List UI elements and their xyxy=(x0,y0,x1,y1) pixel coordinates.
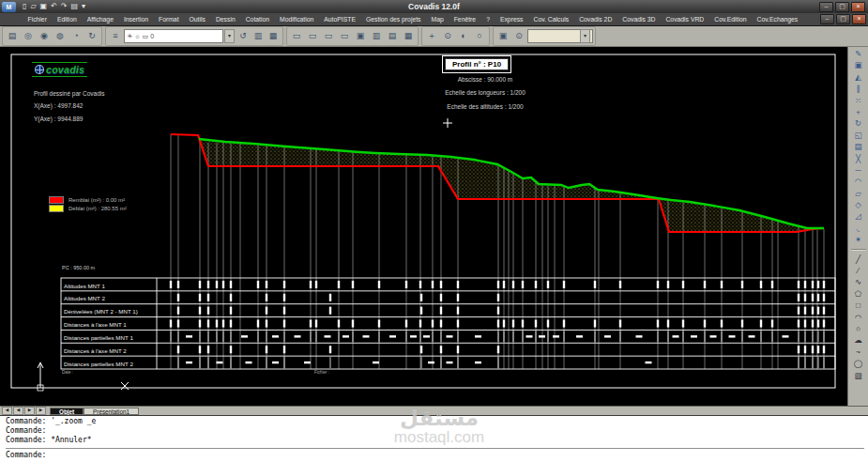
hatch-icon[interactable]: ▨ xyxy=(850,370,867,381)
zoom-tool-icon[interactable]: ⊙ xyxy=(511,29,526,44)
menu-format[interactable]: Format xyxy=(154,13,185,25)
menu-express[interactable]: Express xyxy=(495,13,528,25)
doc-minimize-button[interactable]: – xyxy=(820,14,834,24)
menu-affichage[interactable]: Affichage xyxy=(82,13,118,25)
globe-orange-icon[interactable]: ◔ xyxy=(69,29,84,44)
match-properties-icon[interactable]: ▥ xyxy=(251,29,266,44)
menu-cov-calculs[interactable]: Cov. Calculs xyxy=(528,13,574,25)
view-iso-icon[interactable]: ▭ xyxy=(337,29,352,44)
camera-icon[interactable]: ▣ xyxy=(495,29,510,44)
menu-cov-echanges[interactable]: Cov.Echanges xyxy=(752,13,803,25)
menu-dessin[interactable]: Dessin xyxy=(210,13,240,25)
menu-covadis-3d[interactable]: Covadis 3D xyxy=(617,13,661,25)
menu-edition[interactable]: Edition xyxy=(52,13,82,25)
menu-fichier[interactable]: Fichier xyxy=(23,13,52,25)
table-tick-value xyxy=(817,346,819,353)
move-icon[interactable]: ＋ xyxy=(850,106,867,117)
table-tick-value xyxy=(230,319,232,327)
menu-gestion-des-projets[interactable]: Gestion des projets xyxy=(360,13,426,25)
orbit-icon[interactable]: ○ xyxy=(472,29,487,44)
array-icon[interactable]: ⁙ xyxy=(850,95,867,106)
menu-[interactable]: ? xyxy=(481,13,495,25)
view-front-icon[interactable]: ▭ xyxy=(305,29,320,44)
menu-fen-tre[interactable]: Fenêtre xyxy=(449,13,480,25)
command-prompt[interactable]: Commande: xyxy=(6,448,864,460)
arc-icon[interactable]: ◠ xyxy=(850,312,867,323)
menu-outils[interactable]: Outils xyxy=(184,13,210,25)
polyline-icon[interactable]: ∿ xyxy=(850,276,867,287)
layer-dropdown-icon[interactable]: ▾ xyxy=(224,29,235,43)
view-side-icon[interactable]: ▭ xyxy=(321,29,336,44)
drawing-canvas[interactable]: covadis Profil dessiné par Covadis X(Axe… xyxy=(0,47,868,406)
break-icon[interactable]: ▱ xyxy=(850,188,867,199)
doc-restore-button[interactable]: ▢ xyxy=(836,14,850,24)
layer-previous-icon[interactable]: ↺ xyxy=(236,29,251,44)
scale-icon[interactable]: ◱ xyxy=(850,130,867,141)
viewport-1-icon[interactable]: ▣ xyxy=(353,29,368,44)
table-dash-value xyxy=(526,335,533,337)
fillet-icon[interactable]: ◟ xyxy=(850,223,867,234)
rotate-icon[interactable]: ↻ xyxy=(850,117,867,129)
minimize-button[interactable]: – xyxy=(819,2,833,12)
table-tick-value xyxy=(230,307,232,315)
doc-close-button[interactable]: × xyxy=(852,14,866,24)
tab-objet[interactable]: Objet xyxy=(50,408,84,415)
layer-combo[interactable]: ☀ ☼ ▭ 0 xyxy=(124,29,223,43)
zoom-extents-icon[interactable]: ◎ xyxy=(21,29,36,44)
prev-tab-icon[interactable]: ◀ xyxy=(13,407,23,415)
polygon-icon[interactable]: ⬠ xyxy=(850,288,867,300)
copy-icon[interactable]: ▣ xyxy=(850,59,867,70)
scale-combo[interactable]: ▾ xyxy=(527,29,593,43)
next-tab-icon[interactable]: ▶ xyxy=(24,407,35,415)
credit-text: Profil dessiné par Covadis xyxy=(34,90,105,97)
layers-icon[interactable]: ≡ xyxy=(108,29,123,44)
break-point-icon[interactable]: ◠ xyxy=(850,176,867,187)
zoom-window-icon[interactable]: ◉ xyxy=(37,29,52,44)
table-tick-value xyxy=(329,346,331,353)
3d-views-icon[interactable]: ▦ xyxy=(401,29,416,44)
menu-covadis-2d[interactable]: Covadis 2D xyxy=(574,13,617,25)
pan-icon[interactable]: ＋ xyxy=(424,29,439,44)
menu-modification[interactable]: Modification xyxy=(275,13,319,25)
covadis-sheet-icon[interactable]: ▤ xyxy=(5,29,20,44)
menu-map[interactable]: Map xyxy=(426,13,449,25)
spline-icon[interactable]: ~ xyxy=(850,346,867,358)
menu-insertion[interactable]: Insertion xyxy=(118,13,153,25)
trim-icon[interactable]: ╳ xyxy=(850,153,867,164)
command-window[interactable]: Commande: '_.zoom _eCommande:Commande: *… xyxy=(0,415,868,462)
first-tab-icon[interactable]: ◀ xyxy=(2,407,12,415)
menu-cotation[interactable]: Cotation xyxy=(240,13,274,25)
paste-icon[interactable]: ▦ xyxy=(266,29,281,44)
view-top-icon[interactable]: ▭ xyxy=(289,29,304,44)
circle-icon[interactable]: ○ xyxy=(850,323,867,334)
menu-autopiste[interactable]: AutoPISTE xyxy=(319,13,361,25)
menu-cov-edition[interactable]: Cov.Edition xyxy=(709,13,752,25)
table-dash-value xyxy=(272,362,279,363)
offset-icon[interactable]: ∥ xyxy=(850,83,867,94)
globe-blue-icon[interactable]: ◍ xyxy=(53,29,68,44)
restore-button[interactable]: ▢ xyxy=(835,2,849,12)
revcloud-icon[interactable]: ☁ xyxy=(850,334,867,346)
titlebar: M ▯▱▣↶↷▤▾ Covadis 12.0f –▢× xyxy=(0,0,868,13)
close-button[interactable]: × xyxy=(851,2,865,12)
last-tab-icon[interactable]: ▶ xyxy=(36,407,46,415)
mirror-icon[interactable]: ◭ xyxy=(850,71,867,83)
erase-icon[interactable]: ✎ xyxy=(850,48,867,59)
scale-dropdown-icon[interactable]: ▾ xyxy=(580,29,590,43)
refresh-icon[interactable]: ↻ xyxy=(84,29,99,44)
named-views-icon[interactable]: ▤ xyxy=(385,29,400,44)
chamfer-icon[interactable]: ◿ xyxy=(850,210,867,222)
construction-line-icon[interactable]: ⁄ xyxy=(850,265,867,276)
explode-icon[interactable]: ✶ xyxy=(850,234,867,245)
tab-pr-sentation1[interactable]: Présentation1 xyxy=(84,408,139,415)
stretch-icon[interactable]: ▤ xyxy=(850,141,867,152)
menu-covadis-vrd[interactable]: Covadis VRD xyxy=(661,13,709,25)
zoom-realtime-icon[interactable]: ⊙ xyxy=(440,29,455,44)
zoom-previous-icon[interactable]: ◐ xyxy=(456,29,471,44)
ellipse-icon[interactable]: ◯ xyxy=(850,358,867,369)
viewport-2-icon[interactable]: ▥ xyxy=(369,29,384,44)
extend-icon[interactable]: ─ xyxy=(850,164,867,176)
rectangle-icon[interactable]: □ xyxy=(850,300,867,311)
join-icon[interactable]: ◇ xyxy=(850,199,867,210)
line-icon[interactable]: ╱ xyxy=(850,254,867,265)
